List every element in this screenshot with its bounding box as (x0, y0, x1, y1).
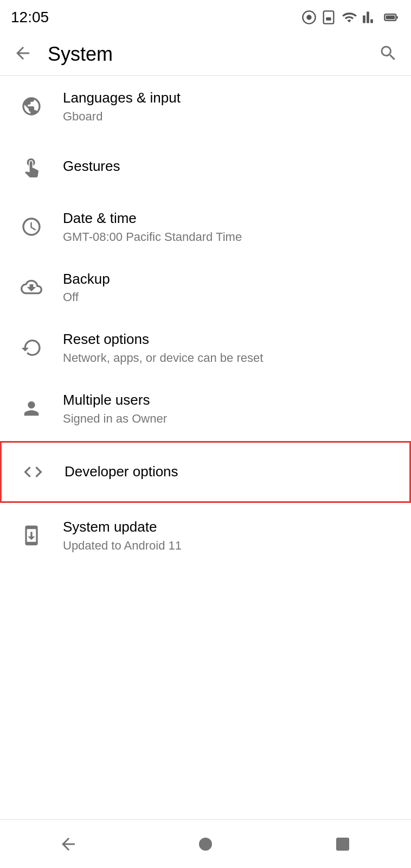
languages-content: Languages & input Gboard (63, 89, 396, 124)
developer-content: Developer options (65, 463, 394, 481)
datetime-content: Date & time GMT-08:00 Pacific Standard T… (63, 209, 396, 244)
reset-subtitle: Network, apps, or device can be reset (63, 351, 396, 365)
backup-title: Backup (63, 270, 396, 289)
clock-icon (15, 210, 48, 243)
globe-icon (15, 90, 48, 123)
sim-icon (321, 10, 336, 25)
svg-rect-7 (336, 838, 349, 851)
nav-back-button[interactable] (46, 828, 91, 860)
svg-point-1 (306, 15, 311, 20)
backup-subtitle: Off (63, 290, 396, 304)
search-button[interactable] (376, 41, 400, 67)
settings-item-developer[interactable]: Developer options (0, 441, 411, 503)
media-status-icon (301, 10, 317, 25)
gestures-icon (15, 150, 48, 183)
update-icon (15, 519, 48, 552)
reset-content: Reset options Network, apps, or device c… (63, 330, 396, 365)
settings-list: Languages & input Gboard Gestures Date &… (0, 76, 411, 566)
multipleusers-title: Multiple users (63, 391, 396, 410)
systemupdate-content: System update Updated to Android 11 (63, 518, 396, 553)
gestures-title: Gestures (63, 157, 396, 176)
reset-icon (15, 331, 48, 364)
status-bar: 12:05 (0, 0, 411, 33)
systemupdate-subtitle: Updated to Android 11 (63, 539, 396, 553)
multipleusers-content: Multiple users Signed in as Owner (63, 391, 396, 426)
header-left: System (11, 41, 113, 67)
gestures-content: Gestures (63, 157, 396, 176)
page-title: System (48, 43, 113, 66)
wifi-icon (341, 10, 358, 25)
backup-content: Backup Off (63, 270, 396, 305)
reset-title: Reset options (63, 330, 396, 349)
signal-icon (362, 10, 377, 25)
battery-icon (382, 10, 400, 25)
svg-point-6 (199, 838, 212, 851)
status-time: 12:05 (11, 9, 49, 26)
developer-title: Developer options (65, 463, 394, 481)
settings-item-gestures[interactable]: Gestures (0, 137, 411, 196)
languages-title: Languages & input (63, 89, 396, 107)
nav-home-button[interactable] (183, 828, 228, 860)
svg-rect-3 (326, 17, 331, 21)
settings-item-backup[interactable]: Backup Off (0, 257, 411, 318)
person-icon (15, 392, 48, 425)
svg-rect-5 (386, 16, 395, 20)
multipleusers-subtitle: Signed in as Owner (63, 412, 396, 426)
status-icons (301, 10, 400, 25)
backup-icon (15, 271, 48, 303)
settings-item-reset[interactable]: Reset options Network, apps, or device c… (0, 317, 411, 378)
datetime-subtitle: GMT-08:00 Pacific Standard Time (63, 230, 396, 244)
app-header: System (0, 33, 411, 76)
systemupdate-title: System update (63, 518, 396, 537)
settings-item-multipleusers[interactable]: Multiple users Signed in as Owner (0, 378, 411, 439)
settings-item-systemupdate[interactable]: System update Updated to Android 11 (0, 505, 411, 566)
settings-item-datetime[interactable]: Date & time GMT-08:00 Pacific Standard T… (0, 196, 411, 257)
back-button[interactable] (11, 41, 35, 67)
languages-subtitle: Gboard (63, 110, 396, 124)
developer-icon (17, 456, 49, 488)
datetime-title: Date & time (63, 209, 396, 228)
bottom-navigation (0, 819, 411, 868)
nav-recent-button[interactable] (320, 828, 365, 860)
settings-item-languages[interactable]: Languages & input Gboard (0, 76, 411, 137)
